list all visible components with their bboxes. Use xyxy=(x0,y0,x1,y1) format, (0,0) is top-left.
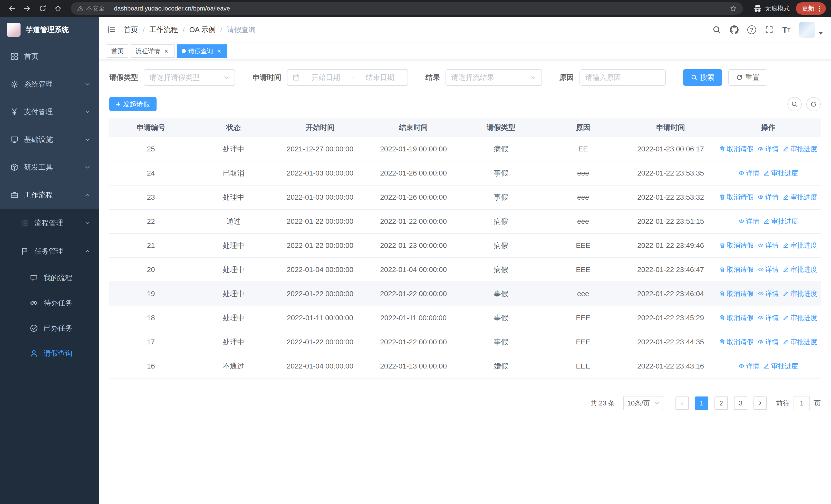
help-icon[interactable]: ? xyxy=(747,25,756,34)
detail-link[interactable]: 详情 xyxy=(757,193,779,202)
view-tab[interactable]: 首页 xyxy=(107,45,128,58)
breadcrumb-item[interactable]: OA 示例 xyxy=(190,25,216,35)
close-icon[interactable]: × xyxy=(216,48,223,55)
app-logo[interactable]: 芋道管理系统 xyxy=(0,17,99,42)
refresh-button[interactable] xyxy=(806,97,821,111)
sidebar-item-home[interactable]: 首页 xyxy=(0,42,99,70)
range-separator: - xyxy=(352,73,354,82)
page-size-select[interactable]: 10条/页 xyxy=(623,396,663,410)
leave-type-select[interactable]: 请选择请假类型 xyxy=(144,69,235,86)
progress-link[interactable]: 审批进度 xyxy=(783,337,817,347)
detail-link[interactable]: 详情 xyxy=(738,217,760,226)
cancel-leave-link[interactable]: 取消请假 xyxy=(719,193,753,202)
progress-link[interactable]: 审批进度 xyxy=(764,362,798,370)
search-icon[interactable] xyxy=(712,25,721,34)
table-cell-actions: 取消请假详情审批进度 xyxy=(716,137,821,161)
toggle-search-button[interactable] xyxy=(787,97,802,111)
cancel-leave-link[interactable]: 取消请假 xyxy=(719,145,753,153)
close-icon[interactable]: × xyxy=(163,48,170,55)
detail-link[interactable]: 详情 xyxy=(757,313,779,322)
detail-link[interactable]: 详情 xyxy=(757,265,779,274)
sidebar-item-todo-tasks[interactable]: 待办任务 xyxy=(0,291,99,316)
table-cell: 2022-01-22 00:00:00 xyxy=(366,330,461,354)
goto-page-input[interactable] xyxy=(794,396,810,410)
browser-home-button[interactable] xyxy=(51,2,65,15)
sidebar-item-leave-query[interactable]: 请假查询 xyxy=(0,341,99,366)
progress-link[interactable]: 审批进度 xyxy=(764,169,798,178)
filter-result: 结果 请选择流结果 xyxy=(426,69,542,86)
detail-link[interactable]: 详情 xyxy=(757,289,779,298)
progress-link[interactable]: 审批进度 xyxy=(764,217,798,226)
sidebar-item-infrastructure[interactable]: 基础设施 xyxy=(0,126,99,153)
cancel-leave-link[interactable]: 取消请假 xyxy=(719,289,753,298)
browser-reload-button[interactable] xyxy=(36,2,49,15)
breadcrumb-item[interactable]: 工作流程 xyxy=(149,25,178,35)
end-date-placeholder: 结束日期 xyxy=(358,72,402,82)
progress-link[interactable]: 审批进度 xyxy=(783,265,817,274)
avatar[interactable] xyxy=(799,22,815,38)
table-cell: EEE xyxy=(541,354,626,378)
page-button-2[interactable]: 2 xyxy=(715,396,728,410)
done-tasks-icon xyxy=(30,324,38,332)
table-cell: eee xyxy=(541,185,626,209)
create-leave-button[interactable]: + 发起请假 xyxy=(109,97,156,111)
reason-input[interactable] xyxy=(585,73,660,82)
bookmark-star-icon[interactable] xyxy=(729,5,737,12)
sidebar-item-label: 首页 xyxy=(24,52,91,61)
sidebar-item-process-mgmt[interactable]: 流程管理 xyxy=(0,209,99,237)
detail-link[interactable]: 详情 xyxy=(757,145,779,153)
view-tab[interactable]: 流程详情× xyxy=(131,45,174,58)
progress-link[interactable]: 审批进度 xyxy=(783,289,817,298)
date-range-picker[interactable]: 开始日期 - 结束日期 xyxy=(287,69,408,86)
cancel-leave-link[interactable]: 取消请假 xyxy=(719,265,753,274)
sidebar-item-payment-mgmt[interactable]: 支付管理 xyxy=(0,98,99,126)
sidebar-item-done-tasks[interactable]: 已办任务 xyxy=(0,316,99,341)
sidebar-item-label: 流程管理 xyxy=(34,218,84,228)
browser-update-button[interactable]: 更新 xyxy=(796,2,826,14)
github-icon[interactable] xyxy=(730,25,739,34)
address-bar[interactable]: 不安全 dashboard.yudao.iocoder.cn/bpm/oa/le… xyxy=(71,2,743,14)
progress-link-icon xyxy=(783,194,789,200)
reset-button[interactable]: 重置 xyxy=(728,69,767,86)
table-row: 22通过2022-01-22 00:00:002022-01-22 00:00:… xyxy=(109,209,821,234)
sidebar-item-task-mgmt[interactable]: 任务管理 xyxy=(0,237,99,265)
sidebar-item-dev-tools[interactable]: 研发工具 xyxy=(0,153,99,181)
font-size-icon[interactable]: TT xyxy=(782,26,791,34)
cancel-leave-link[interactable]: 取消请假 xyxy=(719,241,753,250)
table-cell: 2022-01-23 00:06:17 xyxy=(626,137,716,161)
user-menu[interactable] xyxy=(799,22,823,38)
progress-link[interactable]: 审批进度 xyxy=(783,313,817,322)
sidebar-item-my-process[interactable]: 我的流程 xyxy=(0,265,99,291)
page-button-3[interactable]: 3 xyxy=(734,396,747,410)
progress-link[interactable]: 审批进度 xyxy=(783,193,817,202)
not-secure-icon xyxy=(77,5,84,12)
sidebar-toggle-icon[interactable] xyxy=(107,25,116,34)
fullscreen-icon[interactable] xyxy=(765,25,774,34)
logo-image xyxy=(7,23,21,37)
table-cell: 婚假 xyxy=(461,354,541,378)
detail-link[interactable]: 详情 xyxy=(738,362,760,370)
next-page-button[interactable] xyxy=(753,396,767,410)
detail-link[interactable]: 详情 xyxy=(738,169,760,178)
browser-menu-icon[interactable] xyxy=(817,4,822,13)
chevron-down-icon xyxy=(84,136,91,143)
browser-forward-button[interactable] xyxy=(21,2,34,15)
cancel-leave-link[interactable]: 取消请假 xyxy=(719,313,753,322)
browser-back-button[interactable] xyxy=(5,2,19,15)
detail-link[interactable]: 详情 xyxy=(757,337,779,347)
view-tab[interactable]: 请假查询× xyxy=(177,45,227,58)
column-header: 开始时间 xyxy=(275,118,366,137)
table-cell: 2022-01-22 23:44:35 xyxy=(626,330,716,354)
cancel-leave-link[interactable]: 取消请假 xyxy=(719,337,753,347)
table-cell: 2022-01-13 00:00:00 xyxy=(366,354,461,378)
detail-link[interactable]: 详情 xyxy=(757,241,779,250)
page-button-1[interactable]: 1 xyxy=(695,396,708,410)
progress-link[interactable]: 审批进度 xyxy=(783,241,817,250)
search-button[interactable]: 搜索 xyxy=(683,69,722,86)
progress-link[interactable]: 审批进度 xyxy=(783,145,817,153)
result-select[interactable]: 请选择流结果 xyxy=(446,69,542,86)
sidebar-item-workflow[interactable]: 工作流程 xyxy=(0,181,99,209)
sidebar-item-label: 系统管理 xyxy=(24,79,84,89)
sidebar-item-system-mgmt[interactable]: 系统管理 xyxy=(0,70,99,98)
breadcrumb-item[interactable]: 首页 xyxy=(124,25,138,35)
